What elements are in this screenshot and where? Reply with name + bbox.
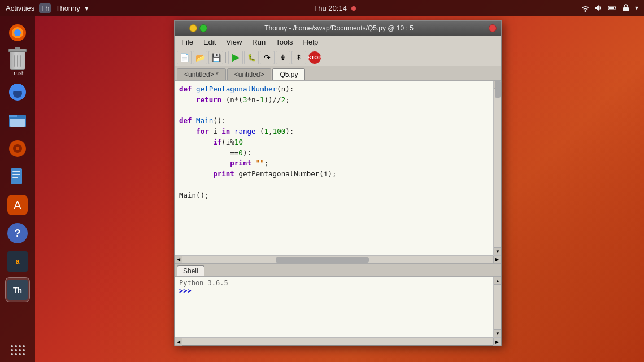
- shell-prompt-line[interactable]: >>>: [179, 287, 489, 295]
- window-close-btn[interactable]: [489, 24, 497, 32]
- shell-scroll-down-btn[interactable]: ▼: [494, 329, 501, 337]
- window-buttons: [179, 24, 207, 32]
- window-minimize-btn[interactable]: [189, 24, 197, 32]
- debug-icon: 🐛: [247, 54, 256, 62]
- svg-rect-11: [10, 119, 25, 127]
- svg-rect-15: [11, 168, 22, 184]
- toolbar: 📄 📂 💾 ▶ 🐛 ↷ ↡ ↟ STOP: [175, 49, 501, 66]
- svg-rect-16: [12, 171, 20, 172]
- svg-rect-10: [9, 115, 17, 117]
- svg-rect-1: [609, 7, 614, 9]
- shell-content-wrapper: Python 3.6.5 >>> ▲ ▼: [175, 277, 501, 337]
- tab-untitled-1[interactable]: <untitled> *: [177, 68, 226, 80]
- step-into-icon: ↡: [280, 53, 286, 62]
- topbar-center: Thu 20:14: [89, 4, 581, 12]
- editor-content[interactable]: def getPentagonalNumber(n): return (n*(3…: [175, 81, 501, 204]
- sidebar-item-files[interactable]: [5, 108, 30, 133]
- window-titlebar: Thonny - /home/swap/Documents/Q5.py @ 10…: [175, 21, 501, 36]
- shell-scroll-track[interactable]: [182, 338, 493, 345]
- menu-file[interactable]: File: [177, 37, 198, 47]
- scrollbar-right-btn[interactable]: ▶: [493, 256, 501, 264]
- volume-icon: [594, 3, 603, 12]
- scrollbar-thumb-h[interactable]: [276, 257, 369, 263]
- sidebar-item-music[interactable]: [5, 136, 30, 161]
- menu-run[interactable]: Run: [247, 37, 270, 47]
- toolbar-step-out-btn[interactable]: ↟: [291, 51, 306, 64]
- topbar-appname[interactable]: Thonny: [55, 4, 80, 12]
- menubar: File Edit View Run Tools Help: [175, 36, 501, 49]
- run-icon: ▶: [232, 52, 239, 63]
- svg-rect-18: [12, 177, 18, 178]
- toolbar-run-btn[interactable]: ▶: [228, 51, 243, 64]
- topbar-datetime: Thu 20:14: [314, 4, 347, 12]
- sidebar-item-thunderbird[interactable]: [5, 80, 30, 104]
- toolbar-step-into-btn[interactable]: ↡: [276, 51, 290, 64]
- scrollbar-left-btn[interactable]: ◀: [175, 256, 182, 264]
- shell-scrollbar-v[interactable]: ▲ ▼: [493, 277, 501, 337]
- toolbar-save-btn[interactable]: 💾: [208, 51, 223, 64]
- toolbar-open-btn[interactable]: 📂: [193, 51, 207, 64]
- topbar: Activities Th Thonny ▾ Thu 20:14 ▾: [0, 0, 644, 16]
- window-maximize-btn[interactable]: [199, 24, 207, 32]
- toolbar-separator-1: [225, 52, 226, 63]
- sidebar-item-trash[interactable]: Trash: [7, 49, 28, 76]
- toolbar-debug-btn[interactable]: 🐛: [244, 51, 259, 64]
- shell-scroll-up-btn[interactable]: ▲: [494, 277, 501, 285]
- open-icon: 📂: [195, 53, 205, 62]
- shell-content[interactable]: Python 3.6.5 >>>: [175, 277, 493, 337]
- topbar-right: ▾: [581, 3, 638, 12]
- topbar-dropdown-icon[interactable]: ▾: [85, 4, 89, 12]
- battery-icon: [608, 3, 617, 12]
- sidebar-item-documents[interactable]: [5, 164, 30, 189]
- shell-tabbar: Shell: [175, 264, 501, 277]
- menu-edit[interactable]: Edit: [199, 37, 220, 47]
- svg-point-6: [14, 29, 21, 36]
- scrollbar-track-h[interactable]: [182, 256, 493, 263]
- menu-help[interactable]: Help: [299, 37, 323, 47]
- shell-prompt: >>>: [179, 287, 192, 295]
- wifi-icon: [581, 3, 590, 12]
- window-title: Thonny - /home/swap/Documents/Q5.py @ 10…: [207, 24, 471, 32]
- thonny-window: Thonny - /home/swap/Documents/Q5.py @ 10…: [174, 20, 502, 346]
- topbar-recording-dot: [351, 6, 356, 11]
- shell-scroll-left-btn[interactable]: ◀: [175, 338, 182, 346]
- toolbar-step-over-btn[interactable]: ↷: [260, 51, 275, 64]
- tab-q5py[interactable]: Q5.py: [272, 68, 305, 80]
- sidebar-item-thonny[interactable]: Th: [5, 277, 30, 302]
- editor-tabbar: <untitled> * <untitled> Q5.py: [175, 66, 501, 81]
- toolbar-new-btn[interactable]: 📄: [177, 51, 192, 64]
- editor-scrollbar-vertical[interactable]: ▲ ▼: [493, 81, 501, 255]
- scrollbar-down-btn[interactable]: ▼: [494, 247, 501, 255]
- shell-version: Python 3.6.5: [179, 279, 489, 287]
- menu-view[interactable]: View: [221, 37, 246, 47]
- step-out-icon: ↟: [295, 53, 302, 62]
- editor-area: def getPentagonalNumber(n): return (n*(3…: [175, 81, 501, 263]
- topbar-th-icon: Th: [39, 3, 51, 13]
- toolbar-stop-btn[interactable]: STOP: [307, 51, 322, 64]
- save-icon: 💾: [211, 53, 221, 62]
- svg-point-14: [16, 147, 19, 150]
- editor-scroll[interactable]: def getPentagonalNumber(n): return (n*(3…: [175, 81, 501, 255]
- scrollbar-thumb-v[interactable]: [495, 81, 501, 98]
- step-over-icon: ↷: [264, 53, 271, 62]
- sidebar-item-amazon[interactable]: a: [5, 249, 30, 274]
- menu-tools[interactable]: Tools: [271, 37, 297, 47]
- shell-area: Shell Python 3.6.5 >>> ▲ ▼ ◀ ▶: [175, 263, 501, 345]
- shell-tab[interactable]: Shell: [177, 265, 204, 276]
- sidebar-item-appcenter[interactable]: A: [5, 193, 30, 217]
- editor-scrollbar-horizontal[interactable]: ◀ ▶: [175, 255, 501, 263]
- topbar-activities[interactable]: Activities: [6, 4, 34, 12]
- new-icon: 📄: [180, 53, 189, 62]
- sidebar-item-firefox[interactable]: [5, 20, 30, 45]
- svg-rect-3: [623, 7, 629, 11]
- svg-rect-2: [615, 7, 616, 8]
- sidebar: Trash A: [0, 16, 35, 362]
- shell-scrollbar-h[interactable]: ◀ ▶: [175, 337, 501, 345]
- topbar-menu-icon[interactable]: ▾: [635, 4, 638, 12]
- svg-rect-17: [12, 174, 20, 175]
- lock-icon: [621, 3, 630, 12]
- sidebar-show-apps[interactable]: [11, 345, 25, 355]
- shell-scroll-right-btn[interactable]: ▶: [493, 338, 501, 346]
- sidebar-item-help[interactable]: ?: [5, 221, 30, 246]
- tab-untitled-2[interactable]: <untitled>: [227, 68, 272, 80]
